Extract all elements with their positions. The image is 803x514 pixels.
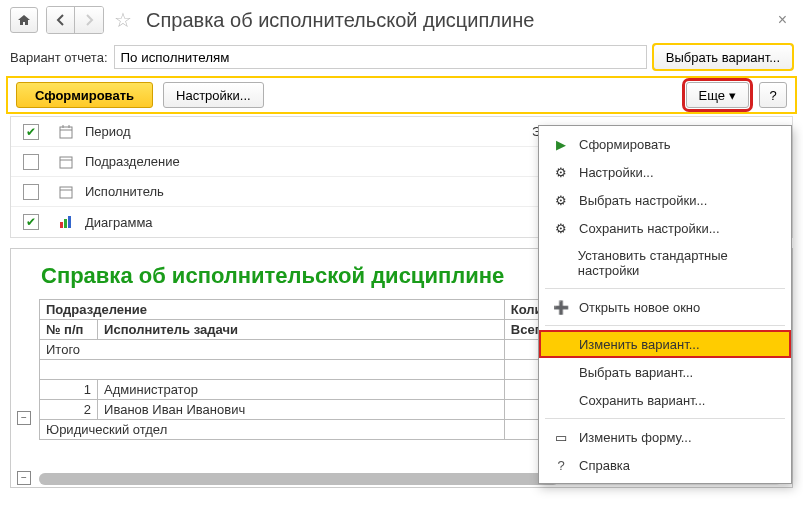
more-button[interactable]: Еще ▾ [686,82,749,108]
col-executor: Исполнитель задачи [98,320,505,340]
generate-button[interactable]: Сформировать [16,82,153,108]
col-department: Подразделение [40,300,505,320]
menu-item-settings[interactable]: ⚙ Настройки... [539,158,791,186]
select-variant-button[interactable]: Выбрать вариант... [653,44,793,70]
calendar-icon [51,184,81,200]
window-plus-icon: ➕ [553,299,569,315]
gear-icon: ⚙ [553,164,569,180]
tree-collapse-icon[interactable]: − [17,471,31,485]
gear-open-icon: ⚙ [553,192,569,208]
menu-item-generate[interactable]: ▶ Сформировать [539,130,791,158]
help-button[interactable]: ? [759,82,787,108]
settings-button[interactable]: Настройки... [163,82,264,108]
menu-item-change-form[interactable]: ▭ Изменить форму... [539,423,791,451]
svg-rect-4 [60,157,72,168]
menu-item-default-settings[interactable]: Установить стандартные настройки [539,242,791,284]
close-button[interactable]: × [772,11,793,29]
page-title: Справка об исполнительской дисциплине [146,9,534,32]
menu-item-change-variant[interactable]: Изменить вариант... [539,330,791,358]
variant-label: Вариант отчета: [10,50,108,65]
filter-checkbox[interactable]: ✔ [23,124,39,140]
more-dropdown: ▶ Сформировать ⚙ Настройки... ⚙ Выбрать … [538,125,792,484]
filter-label: Диаграмма [81,215,532,230]
svg-rect-8 [60,222,63,228]
favorite-icon[interactable]: ☆ [114,8,132,32]
gear-save-icon: ⚙ [553,220,569,236]
menu-item-help[interactable]: ? Справка [539,451,791,479]
help-icon: ? [553,457,569,473]
filter-checkbox[interactable]: ✔ [23,214,39,230]
nav-buttons [46,6,104,34]
svg-rect-9 [64,219,67,228]
menu-separator [545,325,785,326]
scrollbar-thumb[interactable] [39,473,559,485]
filter-label: Подразделение [81,154,532,169]
filter-checkbox[interactable] [23,154,39,170]
more-button-label: Еще [699,88,725,103]
menu-item-save-settings[interactable]: ⚙ Сохранить настройки... [539,214,791,242]
col-num: № п/п [40,320,98,340]
menu-item-save-variant[interactable]: Сохранить вариант... [539,386,791,414]
variant-row: Вариант отчета: Выбрать вариант... [0,40,803,74]
home-button[interactable] [10,7,38,33]
forward-button[interactable] [75,7,103,33]
form-icon: ▭ [553,429,569,445]
svg-rect-10 [68,216,71,228]
svg-rect-6 [60,187,72,198]
chart-icon [51,214,81,230]
filter-label: Исполнитель [81,184,532,199]
menu-separator [545,418,785,419]
variant-input[interactable] [114,45,647,69]
back-button[interactable] [47,7,75,33]
tree-collapse-icon[interactable]: − [17,411,31,425]
filter-label: Период [81,124,532,139]
menu-separator [545,288,785,289]
chevron-down-icon: ▾ [729,88,736,103]
action-row: Сформировать Настройки... Еще ▾ ? [6,76,797,114]
top-toolbar: ☆ Справка об исполнительской дисциплине … [0,0,803,40]
menu-item-select-settings[interactable]: ⚙ Выбрать настройки... [539,186,791,214]
menu-item-new-window[interactable]: ➕ Открыть новое окно [539,293,791,321]
filter-checkbox[interactable] [23,184,39,200]
svg-rect-0 [60,127,72,138]
calendar-icon [51,154,81,170]
calendar-icon [51,124,81,140]
menu-item-select-variant[interactable]: Выбрать вариант... [539,358,791,386]
play-icon: ▶ [553,136,569,152]
